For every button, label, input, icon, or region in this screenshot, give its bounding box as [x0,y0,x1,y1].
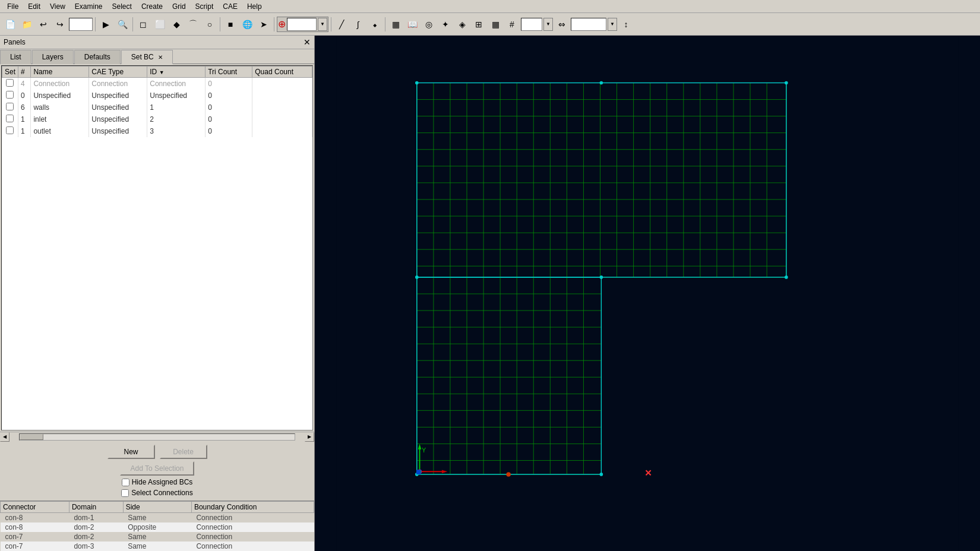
svg-point-79 [506,472,510,476]
menu-view[interactable]: View [45,1,70,12]
grid-btn[interactable]: ⊞ [471,17,486,32]
panel-close-icon[interactable]: ✕ [304,37,311,47]
row-checkbox-3[interactable] [6,115,14,122]
line-btn[interactable]: ╱ [334,17,349,32]
menu-examine[interactable]: Examine [70,1,108,12]
row-checkbox-0[interactable] [6,79,14,87]
history-input[interactable] [69,18,93,31]
grid-svg: Y ✕ [315,36,980,551]
svg-point-38 [415,81,419,85]
node-btn[interactable]: ⬥ [367,17,382,32]
new-button[interactable]: New [108,445,155,459]
select-connections-checkbox[interactable] [121,489,129,497]
diamond2-btn[interactable]: ◈ [454,17,470,32]
row-checkbox-4[interactable] [6,126,14,134]
bottom-col-connector[interactable]: Connector [1,502,69,513]
col-num[interactable]: # [18,66,31,78]
cell-num-2: 6 [18,102,31,113]
col-cae-type[interactable]: CAE Type [89,66,147,78]
stretch-btn[interactable]: ⇔ [554,17,570,32]
tab-defaults[interactable]: Defaults [74,50,121,64]
examine-button[interactable]: 🔍 [115,17,130,32]
hscroll-right-btn[interactable]: ▶ [305,432,314,442]
tab-close-icon[interactable]: ✕ [158,54,163,61]
diamond-button[interactable]: ◆ [169,17,184,32]
bc-table-row-2[interactable]: 6wallsUnspecified10 [2,102,312,113]
bc-table-row-3[interactable]: 1inletUnspecified20 [2,113,312,125]
bottom-cell-domain-3: dom-3 [69,542,123,551]
bottom-col-bc[interactable]: Boundary Condition [191,502,314,513]
globe-button[interactable]: 🌐 [239,17,255,32]
bc-table-row-4[interactable]: 1outletUnspecified30 [2,125,312,137]
bottom-cell-domain-1: dom-2 [69,522,123,532]
cell-num-1: 0 [18,90,31,102]
hide-assigned-checkbox[interactable] [122,479,129,486]
hscroll-track[interactable] [19,433,295,441]
extra-input[interactable] [571,18,606,31]
hash-btn[interactable]: # [504,17,520,32]
tab-layers[interactable]: Layers [32,50,74,64]
star-btn[interactable]: ✦ [438,17,453,32]
tab-setbc[interactable]: Set BC ✕ [121,50,173,64]
row-checkbox-2[interactable] [6,103,14,110]
target-btn[interactable]: ◎ [421,17,437,32]
hscroll-thumb[interactable] [20,434,43,440]
cell-name-0: Connection [31,78,89,90]
panel-titlebar: Panels ✕ [0,36,314,49]
open-file-button[interactable]: 📁 [19,17,34,32]
bottom-col-domain[interactable]: Domain [69,502,123,513]
cell-num-4: 1 [18,125,31,137]
col-set[interactable]: Set [2,66,18,78]
menu-edit[interactable]: Edit [23,1,45,12]
angle-dropdown-button[interactable]: ▼ [318,18,327,31]
menu-cae[interactable]: CAE [218,1,242,12]
viewport: Y ✕ [315,36,980,551]
fill-btn[interactable]: ▦ [388,17,403,32]
col-tri-count[interactable]: Tri Count [206,66,252,78]
delete-button[interactable]: Delete [160,445,207,459]
circle-button[interactable]: ○ [202,17,217,32]
book-btn[interactable]: 📖 [404,17,420,32]
hscroll-bar[interactable]: ◀ ▶ [0,432,314,441]
col-quad-count[interactable]: Quad Count [252,66,312,78]
curve-btn[interactable]: ∫ [350,17,366,32]
new-file-button[interactable]: 📄 [2,17,18,32]
bc-table-row-1[interactable]: 0UnspecifiedUnspecifiedUnspecified0 [2,90,312,102]
square2-button[interactable]: ■ [223,17,238,32]
undo-button[interactable]: ↩ [36,17,51,32]
bottom-table-row-0: con-8dom-1SameConnection [1,513,314,523]
row-checkbox-1[interactable] [6,91,14,99]
menu-create[interactable]: Create [137,1,167,12]
menu-file[interactable]: File [2,1,23,12]
extra2-btn[interactable]: ↕ [618,17,634,32]
frame-button[interactable]: ⬜ [152,17,167,32]
menu-grid[interactable]: Grid [167,1,191,12]
bottom-cell-bc-3: Connection [191,542,314,551]
grid-count-input[interactable]: 20 [521,18,542,31]
angle-input[interactable]: 180.0 [287,18,317,31]
add-to-selection-button[interactable]: Add To Selection [120,461,195,476]
col-name[interactable]: Name [31,66,89,78]
select-connections-label: Select Connections [131,489,192,497]
col-id[interactable]: ID ▼ [147,66,206,78]
extra-dropdown[interactable]: ▼ [608,18,617,31]
hscroll-left-btn[interactable]: ◀ [0,432,10,442]
table-btn[interactable]: ▦ [488,17,503,32]
menu-script[interactable]: Script [191,1,219,12]
bottom-cell-connector-2: con-7 [1,532,69,542]
menu-help[interactable]: Help [242,1,267,12]
hide-assigned-label: Hide Assigned BCs [132,478,193,486]
svg-point-40 [600,81,603,85]
arrow-button[interactable]: ➤ [256,17,271,32]
arc-button[interactable]: ⌒ [185,17,201,32]
menu-select[interactable]: Select [108,1,137,12]
grid-count-dropdown[interactable]: ▼ [543,18,553,31]
bottom-col-side[interactable]: Side [123,502,191,513]
tab-list[interactable]: List [0,50,31,64]
redo-button[interactable]: ↪ [52,17,68,32]
toolbar-sep2 [132,17,133,31]
svg-rect-80 [416,470,421,474]
run-button[interactable]: ▶ [98,17,113,32]
bc-table-row-0[interactable]: 4ConnectionConnectionConnection0 [2,78,312,90]
select-all-button[interactable]: ◻ [135,17,151,32]
